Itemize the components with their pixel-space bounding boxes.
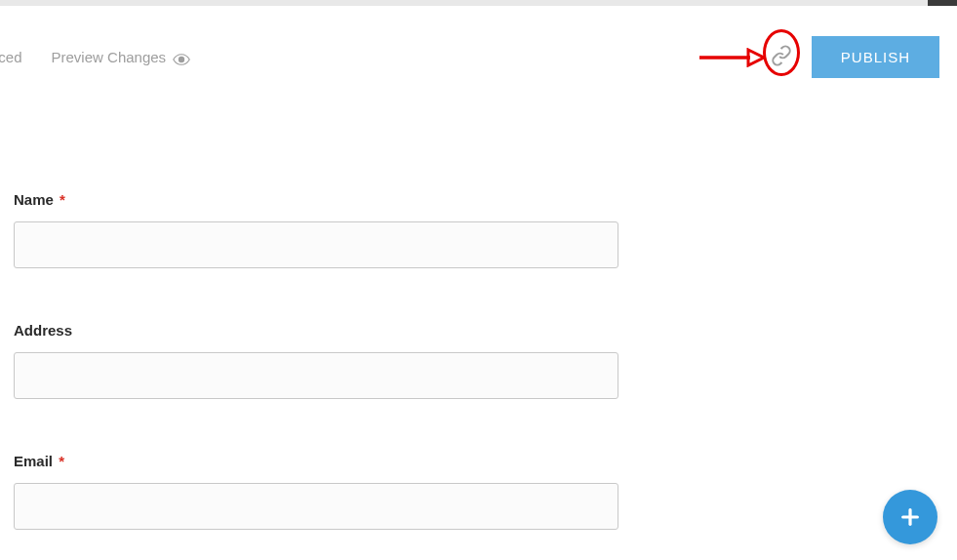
- add-button[interactable]: [883, 490, 937, 544]
- eye-icon: [173, 52, 190, 63]
- svg-point-0: [179, 57, 183, 61]
- address-input[interactable]: [14, 352, 618, 399]
- email-label: Email *: [14, 453, 634, 469]
- svg-marker-2: [748, 50, 764, 65]
- preview-changes-label: Preview Changes: [52, 49, 167, 65]
- name-input[interactable]: [14, 221, 618, 268]
- address-label-text: Address: [14, 322, 72, 339]
- header-right-actions: PUBLISH: [771, 36, 939, 78]
- annotation-arrow: [698, 48, 766, 67]
- form-field-address: Address: [14, 322, 634, 399]
- header-left-tabs: nced Preview Changes: [0, 49, 190, 65]
- plus-icon: [899, 506, 921, 528]
- name-label: Name *: [14, 191, 634, 208]
- tab-preview-changes[interactable]: Preview Changes: [52, 49, 191, 65]
- publish-button[interactable]: PUBLISH: [812, 36, 939, 78]
- address-label: Address: [14, 322, 634, 339]
- form-field-name: Name *: [14, 191, 634, 268]
- required-marker: *: [59, 453, 64, 469]
- form-area: Name * Address Email *: [0, 74, 634, 530]
- email-label-text: Email: [14, 453, 53, 469]
- form-field-email: Email *: [14, 453, 634, 530]
- top-corner-block: [928, 0, 957, 6]
- link-icon[interactable]: [771, 45, 792, 70]
- link-button-wrap: [771, 45, 792, 70]
- name-label-text: Name: [14, 191, 54, 208]
- email-input[interactable]: [14, 483, 618, 530]
- required-marker: *: [60, 191, 65, 208]
- tab-advanced[interactable]: nced: [0, 49, 22, 65]
- header-toolbar: nced Preview Changes: [0, 6, 957, 74]
